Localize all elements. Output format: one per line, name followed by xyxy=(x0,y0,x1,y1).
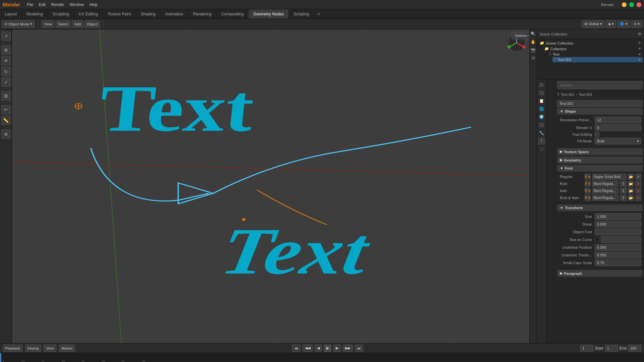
transform-tool[interactable]: ⊞ xyxy=(1,91,11,101)
playback-menu[interactable]: Playback xyxy=(3,345,22,352)
nav-grid[interactable]: ⊞ xyxy=(531,55,536,61)
text-on-curve-swatch[interactable] xyxy=(595,237,599,242)
scale-tool[interactable]: ⤢ xyxy=(1,77,11,87)
object-font-value[interactable] xyxy=(595,229,641,235)
font-bold-italic-name[interactable]: Blont Regula... xyxy=(592,195,619,201)
texture-space-header[interactable]: ▶ Texture Space xyxy=(557,148,643,155)
text-on-curve-value[interactable] xyxy=(601,236,641,243)
tab-uv-editing[interactable]: UV Editing xyxy=(74,9,103,18)
size-value[interactable]: 1.000 xyxy=(595,213,641,220)
props-tab-output[interactable]: ⬛ xyxy=(538,89,545,97)
resolution-preview-value[interactable]: 12 xyxy=(595,117,641,123)
collection-eye[interactable]: 👁 xyxy=(638,47,641,51)
render-u-value[interactable]: 0 xyxy=(595,124,641,131)
font-bold-italic-unlink[interactable]: ✕ xyxy=(635,195,641,201)
text-eye[interactable]: 👁 xyxy=(638,53,641,56)
menu-help[interactable]: Help xyxy=(89,2,98,7)
fast-editing-checkbox[interactable] xyxy=(595,132,599,137)
outliner-filter-icon[interactable]: ⚙ xyxy=(638,32,641,36)
view-menu-timeline[interactable]: View xyxy=(44,345,56,352)
props-tab-view-layer[interactable]: 📋 xyxy=(538,97,545,105)
tab-texture-paint[interactable]: Texture Paint xyxy=(103,9,136,18)
shear-value[interactable]: 0.000 xyxy=(595,221,641,228)
jump-to-start[interactable]: ⏮ xyxy=(292,345,301,352)
props-tab-material[interactable]: ⬡ xyxy=(538,145,545,153)
font-bold-unlink[interactable]: ✕ xyxy=(635,181,641,187)
next-keyframe[interactable]: ▶▶ xyxy=(343,345,353,352)
tab-modeling[interactable]: Modeling xyxy=(22,9,48,18)
jump-to-end[interactable]: ⏭ xyxy=(355,345,363,352)
prev-frame[interactable]: ◀ xyxy=(315,345,322,352)
font-regular-type-icon[interactable]: F ▾ xyxy=(585,174,591,180)
transform-section-header[interactable]: ▼ Transform xyxy=(557,204,643,211)
props-tab-scene[interactable]: 🌐 xyxy=(538,105,545,113)
props-search-input[interactable] xyxy=(557,81,643,89)
mode-selector[interactable]: ⊙ Object Mode ▾ xyxy=(2,20,35,28)
viewport[interactable]: User Perspective (1) Collection | Text.0… xyxy=(12,29,537,343)
rotate-tool[interactable]: ↻ xyxy=(1,67,11,76)
menu-edit[interactable]: Edit xyxy=(39,2,46,7)
font-bold-italic-type-icon[interactable]: F ▾ xyxy=(585,195,591,201)
menu-window[interactable]: Window xyxy=(70,2,84,7)
nav-pan[interactable]: ✋ xyxy=(530,39,536,45)
tab-geometry-nodes[interactable]: Geometry Nodes xyxy=(249,9,289,18)
props-tab-render[interactable]: 🎥 xyxy=(538,81,545,88)
tab-shading[interactable]: Shading xyxy=(136,9,161,18)
font-regular-unlink[interactable]: ✕ xyxy=(635,174,641,180)
tab-compositing[interactable]: Compositing xyxy=(217,9,249,18)
tab-scripting[interactable]: Scripting xyxy=(289,9,314,18)
cursor-tool[interactable]: ⊕ xyxy=(1,45,11,55)
nav-camera[interactable]: 📷 xyxy=(530,47,536,53)
outliner-item-text001[interactable]: T Text.001 👁 xyxy=(552,57,643,62)
menu-render[interactable]: Render xyxy=(51,2,64,7)
annotate-tool[interactable]: ✏ xyxy=(1,105,11,114)
outliner-item-collection[interactable]: 📁 Collection 👁 xyxy=(543,46,643,52)
paragraph-section-header[interactable]: ▶ Paragraph xyxy=(557,270,643,277)
font-bold-italic-browse[interactable]: 📂 xyxy=(628,195,634,201)
snap-toggle[interactable]: 🔵 ▾ xyxy=(618,20,630,28)
menu-file[interactable]: File xyxy=(27,2,33,7)
select-menu[interactable]: Select xyxy=(56,20,71,28)
measure-tool[interactable]: 📏 xyxy=(1,116,11,125)
small-caps-value[interactable]: 0.75 xyxy=(595,259,641,266)
text001-eye[interactable]: 👁 xyxy=(638,58,641,62)
font-bold-browse[interactable]: 📂 xyxy=(628,181,634,187)
font-italic-browse[interactable]: 📂 xyxy=(628,188,634,194)
end-frame[interactable]: 250 xyxy=(628,345,641,352)
font-regular-name[interactable]: Segoe Script Bold xyxy=(592,174,627,180)
scene-collection-eye[interactable]: 👁 xyxy=(638,41,641,45)
underline-pos-value[interactable]: 0.000 xyxy=(595,244,641,251)
props-tab-data[interactable]: T xyxy=(538,137,545,145)
keying-menu[interactable]: Keying xyxy=(25,345,41,352)
font-section-header[interactable]: ▼ Font xyxy=(557,165,643,172)
select-tool[interactable]: ↗ xyxy=(1,32,11,41)
current-frame[interactable]: 1 xyxy=(580,345,593,352)
fill-mode-dropdown[interactable]: Both ▾ xyxy=(595,138,641,144)
marker-menu[interactable]: Marker xyxy=(59,345,75,352)
prev-keyframe[interactable]: ◀◀ xyxy=(303,345,313,352)
props-tab-world[interactable]: 🌍 xyxy=(538,113,545,121)
font-italic-unlink[interactable]: ✕ xyxy=(635,188,641,194)
add-tool[interactable]: ⊕ xyxy=(1,129,11,139)
nav-zoom-in[interactable]: 🔍 xyxy=(530,31,536,37)
font-bold-type-icon[interactable]: F ▾ xyxy=(585,181,591,187)
global-selector[interactable]: ⊕ Global ▾ xyxy=(582,20,604,28)
add-menu[interactable]: Add xyxy=(72,20,84,28)
transform-pivot[interactable]: ◈ ▾ xyxy=(606,20,616,28)
tab-sculpting[interactable]: Sculpting xyxy=(48,9,74,18)
geometry-section-header[interactable]: ▶ Geometry xyxy=(557,157,643,164)
next-frame[interactable]: ▶ xyxy=(333,345,341,352)
props-tab-modifiers[interactable]: 🔧 xyxy=(538,129,545,137)
shape-section-header[interactable]: ▼ Shape xyxy=(557,108,643,115)
proportional-edit[interactable]: ⊙ ▾ xyxy=(631,20,642,28)
start-frame[interactable]: 1 xyxy=(605,345,618,352)
font-bold-name[interactable]: Blont Regula... xyxy=(592,181,619,187)
maximize-button[interactable] xyxy=(629,2,634,7)
outliner-item-scene-collection[interactable]: 📁 Scene Collection 👁 xyxy=(538,40,643,46)
close-button[interactable] xyxy=(637,2,641,7)
font-italic-type-icon[interactable]: F ▾ xyxy=(585,188,591,194)
timeline-bar[interactable]: 1 10 20 30 40 50 60 70 xyxy=(0,353,644,362)
underline-thick-value[interactable]: 0.050 xyxy=(595,252,641,258)
tab-layout[interactable]: Layout xyxy=(0,9,22,18)
tab-rendering[interactable]: Rendering xyxy=(188,9,216,18)
